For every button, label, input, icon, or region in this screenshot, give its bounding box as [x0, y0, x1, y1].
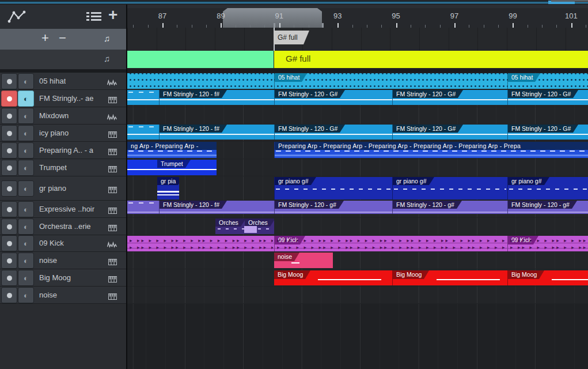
record-button[interactable] — [1, 270, 17, 286]
lane-row[interactable]: FM Stringly - 120 - f#FM Stringly - 120 … — [127, 201, 588, 217]
clip[interactable]: 05 hihat — [507, 73, 588, 89]
clip[interactable]: FM Stringly - 120 - G# — [274, 125, 392, 140]
track-list-icon[interactable] — [86, 12, 101, 22]
lane-row[interactable]: FM Stringly - 120 - f#FM Stringly - 120 … — [127, 125, 588, 141]
clip[interactable]: ▸ ▸▸ ▸ ▸ ▸ ▸▸ ▸ ▸ ▸▸ ▸ ▸ ▸ ▸▸ ▸ ▸ ▸▸ ▸ ▸… — [127, 236, 274, 251]
monitor-button[interactable]: ◐ — [18, 219, 34, 235]
track-row[interactable]: ◐05 hihat — [0, 73, 126, 89]
panel-divider[interactable] — [126, 5, 127, 369]
lane-row[interactable]: 05 hihat05 hihat — [127, 73, 588, 89]
clip[interactable]: 09 Kick▸ ▸▸ ▸ ▸ ▸ ▸▸ ▸ ▸ ▸▸ ▸ ▸ ▸ ▸▸ ▸ ▸… — [274, 236, 507, 251]
lane-row[interactable] — [127, 107, 588, 124]
monitor-button[interactable]: ◐ — [18, 73, 34, 89]
record-button[interactable] — [1, 235, 17, 251]
clip[interactable]: OrchesOrches — [215, 219, 274, 234]
record-button[interactable] — [1, 142, 17, 159]
lane-row[interactable]: FM Stringly - 120 - f#FM Stringly - 120 … — [127, 90, 588, 107]
lane-row[interactable]: ng Arp - Preparing Arp -Preparing Arp - … — [127, 142, 588, 159]
track-row[interactable]: ◐Orchestra ..erie — [0, 218, 126, 235]
clip[interactable] — [127, 125, 159, 140]
clip[interactable]: Preparing Arp - Preparing Arp - Preparin… — [274, 142, 588, 158]
clip[interactable]: noise — [274, 253, 333, 268]
clip[interactable]: 05 hihat — [274, 73, 507, 89]
clip[interactable]: FM Stringly - 120 - f# — [159, 90, 274, 105]
track-row[interactable]: ◐Preparing A.. - a — [0, 142, 126, 159]
clip[interactable] — [127, 90, 159, 105]
clip[interactable]: FM Stringly - 120 - f# — [159, 125, 274, 140]
record-button[interactable] — [1, 219, 17, 235]
track-row[interactable]: ◐FM Stringly..- ae — [0, 90, 126, 107]
clip[interactable]: Big Moog — [274, 270, 392, 285]
lane-row[interactable]: Big MoogBig MoogBig Moog — [127, 269, 588, 286]
clip[interactable]: Trumpet — [127, 160, 217, 175]
shrink-tracks-button[interactable]: − — [59, 31, 66, 46]
music-note-icon[interactable]: ♫ — [104, 33, 110, 43]
record-button[interactable] — [1, 287, 17, 303]
record-button[interactable] — [1, 91, 17, 107]
lane-row[interactable]: gr piagr piano g#gr piano g#gr piano g# — [127, 176, 588, 200]
record-button[interactable] — [1, 180, 17, 197]
monitor-button[interactable]: ◐ — [18, 180, 34, 197]
record-button[interactable] — [1, 125, 17, 141]
monitor-button[interactable]: ◐ — [18, 91, 34, 107]
record-button[interactable] — [1, 108, 17, 124]
music-note-icon[interactable]: ♫ — [104, 54, 110, 63]
monitor-button[interactable]: ◐ — [18, 125, 34, 141]
monitor-button[interactable]: ◐ — [18, 287, 34, 303]
track-row[interactable]: ◐gr piano — [0, 176, 126, 200]
clip[interactable]: Big Moog — [392, 270, 507, 285]
track-row[interactable]: ◐noise — [0, 287, 126, 303]
track-row[interactable]: ◐Big Moog — [0, 269, 126, 286]
arranger-section[interactable]: G# full — [274, 51, 588, 68]
record-button[interactable] — [1, 201, 17, 217]
add-track-button[interactable]: + — [108, 6, 117, 24]
clip[interactable]: Big Moog — [507, 270, 588, 285]
clip[interactable] — [127, 201, 159, 214]
empty-lane-area[interactable] — [127, 304, 588, 369]
lane-row[interactable]: Trumpet — [127, 159, 588, 176]
marker-lane[interactable]: G# full — [127, 28, 588, 51]
clip[interactable]: ng Arp - Preparing Arp - — [127, 142, 217, 158]
clip[interactable]: gr pia — [157, 177, 179, 199]
clip[interactable]: FM Stringly - 120 - G# — [507, 90, 588, 105]
track-row[interactable]: ◐09 Kick — [0, 235, 126, 251]
clip[interactable] — [127, 73, 274, 89]
clip[interactable]: FM Stringly - 120 - G# — [392, 125, 507, 140]
clip[interactable]: FM Stringly - 120 - g# — [507, 201, 588, 214]
ruler-tick — [396, 23, 397, 28]
clip[interactable]: 09 Kick▸ ▸▸ ▸ ▸ ▸ ▸▸ ▸ ▸ ▸▸ ▸ ▸ ▸ ▸▸ ▸ ▸… — [507, 236, 588, 251]
marker-flag[interactable]: G# full — [274, 31, 304, 44]
clip[interactable]: FM Stringly - 120 - G# — [507, 125, 588, 140]
record-button[interactable] — [1, 73, 17, 89]
clip[interactable]: FM Stringly - 120 - G# — [274, 90, 392, 105]
clip[interactable]: gr piano g# — [507, 177, 588, 199]
track-row[interactable]: ◐icy piano — [0, 125, 126, 141]
monitor-button[interactable]: ◐ — [18, 142, 34, 159]
lane-row[interactable]: OrchesOrches — [127, 218, 588, 235]
clip[interactable]: FM Stringly - 120 - g# — [392, 201, 507, 214]
clip[interactable]: FM Stringly - 120 - g# — [274, 201, 392, 214]
lane-row[interactable]: ▸ ▸▸ ▸ ▸ ▸ ▸▸ ▸ ▸ ▸▸ ▸ ▸ ▸ ▸▸ ▸ ▸ ▸▸ ▸ ▸… — [127, 235, 588, 251]
track-row[interactable]: ◐Expressive ..hoir — [0, 201, 126, 217]
timeline-ruler[interactable]: 87899193959799101 — [127, 8, 588, 28]
record-button[interactable] — [1, 253, 17, 269]
clip[interactable]: gr piano g# — [274, 177, 392, 199]
monitor-button[interactable]: ◐ — [18, 160, 34, 176]
monitor-button[interactable]: ◐ — [18, 270, 34, 286]
clip[interactable]: FM Stringly - 120 - G# — [392, 90, 507, 105]
monitor-button[interactable]: ◐ — [18, 108, 34, 124]
arranger-section[interactable] — [127, 51, 274, 68]
track-row[interactable]: ◐Mixdown — [0, 107, 126, 124]
lane-row[interactable]: noise — [127, 252, 588, 269]
track-row[interactable]: ◐noise — [0, 252, 126, 269]
monitor-button[interactable]: ◐ — [18, 201, 34, 217]
track-row[interactable]: ◐Trumpet — [0, 159, 126, 176]
monitor-button[interactable]: ◐ — [18, 235, 34, 251]
expand-tracks-button[interactable]: + — [41, 31, 49, 46]
clip[interactable]: gr piano g# — [392, 177, 507, 199]
loop-region[interactable] — [223, 8, 322, 28]
monitor-button[interactable]: ◐ — [18, 253, 34, 269]
lane-row[interactable] — [127, 287, 588, 303]
clip[interactable]: FM Stringly - 120 - f# — [159, 201, 274, 214]
record-button[interactable] — [1, 160, 17, 176]
